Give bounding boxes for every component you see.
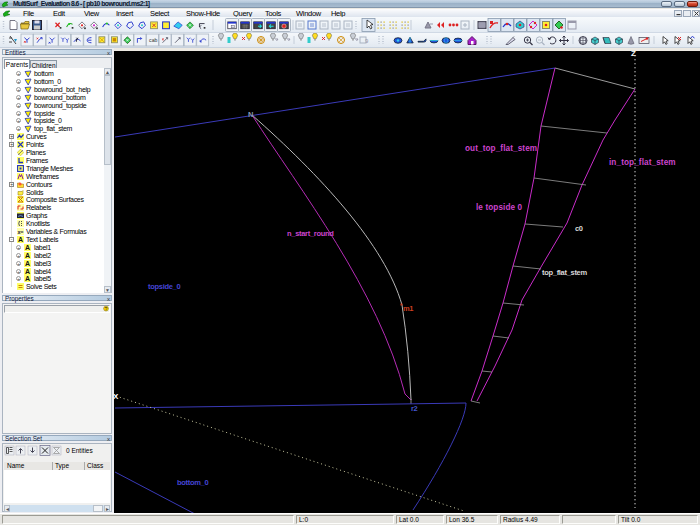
svg-text:A: A bbox=[25, 268, 30, 275]
svg-text:m1: m1 bbox=[403, 304, 413, 313]
svg-text:n_start_round: n_start_round bbox=[287, 229, 334, 238]
svg-text:Z: Z bbox=[631, 51, 636, 58]
svg-text:bottom_0: bottom_0 bbox=[177, 478, 208, 487]
svg-text:topside_0: topside_0 bbox=[148, 282, 180, 291]
svg-text:9: 9 bbox=[365, 38, 369, 44]
svg-text:r2: r2 bbox=[411, 404, 418, 413]
svg-text:N: N bbox=[248, 110, 253, 119]
svg-text:cab: cab bbox=[149, 37, 157, 43]
svg-text:x=: x= bbox=[18, 229, 24, 235]
svg-text:?: ? bbox=[105, 306, 108, 312]
svg-text:A: A bbox=[25, 275, 30, 282]
svg-text:in_top_flat_stem: in_top_flat_stem bbox=[609, 158, 676, 167]
svg-text:A: A bbox=[25, 252, 30, 259]
svg-text:A: A bbox=[25, 260, 30, 267]
svg-text:le topside 0: le topside 0 bbox=[476, 203, 523, 212]
svg-text:A: A bbox=[25, 244, 30, 251]
svg-text:out_top_flat_stem: out_top_flat_stem bbox=[465, 144, 537, 153]
svg-text:top_flat_stem: top_flat_stem bbox=[542, 268, 587, 277]
svg-text:c0: c0 bbox=[575, 224, 583, 233]
svg-text:A: A bbox=[18, 236, 23, 243]
svg-text:0 Entities: 0 Entities bbox=[66, 447, 93, 454]
